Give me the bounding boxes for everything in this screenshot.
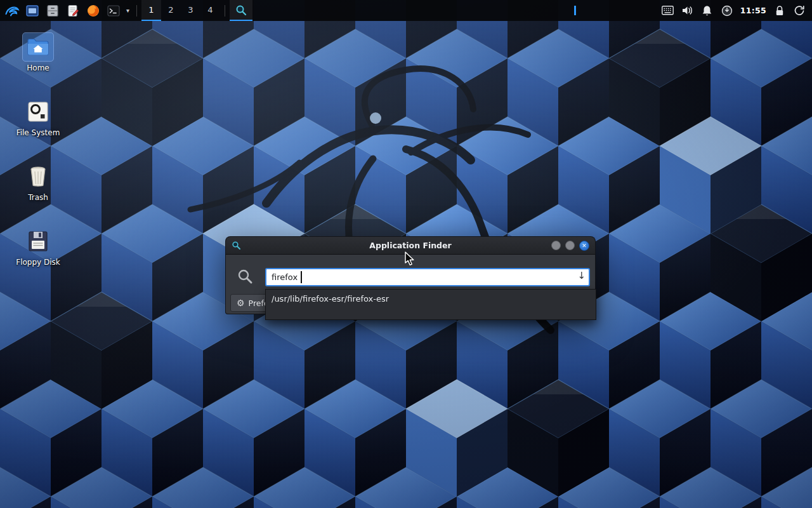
- desktop-icon-label: Floppy Disk: [16, 258, 60, 267]
- text-editor-icon: [66, 4, 80, 18]
- minimize-button[interactable]: [551, 241, 561, 250]
- window-title: Application Finder: [226, 241, 595, 250]
- workspace-switcher: 1 2 3 4: [141, 0, 220, 21]
- taskbar-application-finder-button[interactable]: [230, 0, 252, 21]
- speaker-icon: [681, 5, 693, 16]
- volume-tray-button[interactable]: [681, 4, 694, 17]
- workspace-button-1[interactable]: 1: [141, 0, 161, 21]
- desktop-icon-home[interactable]: Home: [9, 33, 67, 72]
- lock-screen-button[interactable]: [773, 4, 786, 17]
- desktop-icon-label: Home: [27, 64, 49, 72]
- clock[interactable]: 11:55: [740, 6, 766, 15]
- workspace-button-4[interactable]: 4: [200, 0, 220, 21]
- display-settings-tray-button[interactable]: [662, 4, 674, 17]
- applications-menu-button[interactable]: [3, 1, 22, 20]
- update-circle-icon: [721, 5, 733, 17]
- window-titlebar[interactable]: Application Finder ✕: [225, 236, 596, 255]
- desktop-icon-trash[interactable]: Trash: [9, 163, 67, 202]
- home-folder-icon: [25, 34, 51, 60]
- terminal-dropdown-chevron[interactable]: ▾: [124, 1, 132, 20]
- window-controls: ✕: [551, 241, 589, 251]
- kali-logo-icon: [4, 3, 20, 18]
- notifications-tray-button[interactable]: [701, 4, 714, 17]
- application-finder-window: Application Finder ✕ ↓ ⚙ Preferences /us…: [225, 236, 596, 314]
- lock-icon: [775, 5, 785, 17]
- file-manager-launcher[interactable]: [23, 1, 42, 20]
- trash-icon-box: [23, 163, 53, 190]
- logout-button[interactable]: [793, 4, 806, 17]
- logout-circular-arrow-icon: [794, 5, 805, 17]
- close-button[interactable]: ✕: [579, 241, 589, 251]
- top-panel: ▾ 1 2 3 4: [0, 0, 812, 21]
- desktop-icon-file-system[interactable]: File System: [9, 98, 67, 137]
- terminal-icon: [107, 4, 121, 18]
- text-editor-launcher[interactable]: [63, 1, 82, 20]
- panel-separator: [136, 5, 137, 17]
- file-cabinet-icon: [46, 4, 60, 18]
- floppy-disk-icon: [25, 229, 51, 254]
- panel-left-group: ▾ 1 2 3 4: [0, 0, 252, 21]
- chevron-down-icon: ▾: [126, 7, 129, 14]
- search-field-wrap: ↓: [265, 268, 590, 286]
- search-glyph-box: [237, 268, 253, 284]
- search-input[interactable]: [265, 268, 590, 286]
- panel-separator: [225, 5, 225, 17]
- floppy-icon-box: [23, 227, 53, 255]
- desktop-icon-label: Trash: [28, 193, 48, 202]
- firefox-launcher[interactable]: [84, 1, 103, 20]
- completion-popup: /usr/lib/firefox-esr/firefox-esr: [265, 289, 596, 320]
- desktop-icon-list: Home File System Trash: [9, 33, 67, 267]
- file-manager-icon: [25, 4, 39, 18]
- window-body: ↓ ⚙ Preferences /usr/lib/firefox-esr/fir…: [225, 255, 596, 314]
- file-system-drive-icon: [25, 99, 51, 124]
- system-tray: 11:55: [662, 0, 812, 21]
- maximize-button[interactable]: [565, 241, 575, 250]
- trash-bin-icon: [25, 164, 51, 189]
- desktop-icon-label: File System: [16, 128, 60, 137]
- workspace-button-2[interactable]: 2: [161, 0, 181, 21]
- close-icon: ✕: [582, 243, 587, 249]
- completion-item[interactable]: /usr/lib/firefox-esr/firefox-esr: [266, 290, 596, 308]
- bell-icon: [702, 5, 712, 17]
- search-icon: [237, 268, 253, 284]
- firefox-icon: [86, 4, 100, 18]
- keyboard-icon: [662, 6, 674, 15]
- file-cabinet-launcher[interactable]: [43, 1, 62, 20]
- panel-handle[interactable]: [574, 6, 576, 15]
- file-system-icon-box: [23, 98, 53, 126]
- gear-icon: ⚙: [237, 298, 245, 308]
- application-finder-task-icon: [235, 4, 247, 17]
- terminal-launcher[interactable]: [104, 1, 123, 20]
- text-caret: [301, 271, 302, 283]
- workspace-button-3[interactable]: 3: [181, 0, 200, 21]
- desktop-icon-floppy-disk[interactable]: Floppy Disk: [9, 227, 67, 267]
- updates-tray-button[interactable]: [721, 4, 733, 17]
- home-icon-box: [23, 33, 53, 61]
